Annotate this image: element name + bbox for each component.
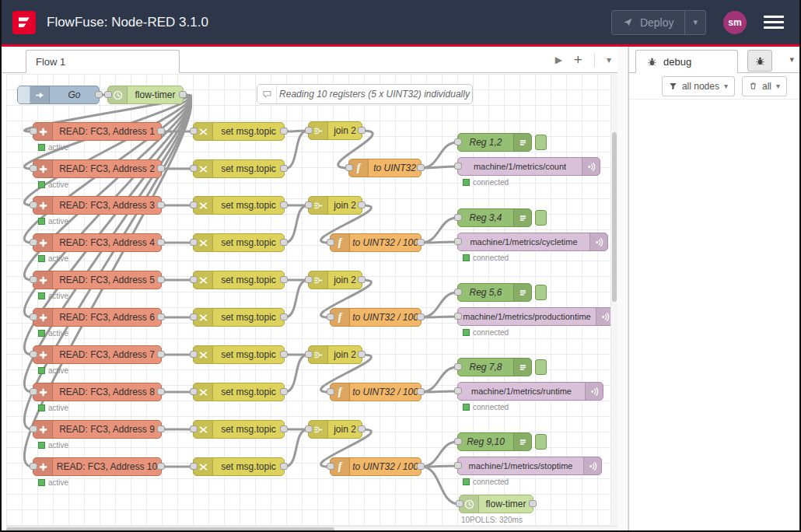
inject-button[interactable] (18, 86, 30, 103)
input-port[interactable] (30, 239, 37, 246)
tab-flow-1[interactable]: Flow 1 (26, 50, 180, 73)
output-port[interactable] (280, 351, 288, 358)
output-port[interactable] (358, 276, 366, 283)
input-port[interactable] (454, 363, 462, 370)
join-node-2[interactable]: join 2 (308, 196, 362, 215)
function-node-3[interactable]: fto UINT32 / 100 (330, 308, 421, 327)
join-node-3[interactable]: join 2 (308, 271, 362, 289)
input-port[interactable] (190, 463, 198, 470)
flow-timer-node-bottom[interactable]: flow-timer 10POLLS: 320ms (459, 495, 533, 513)
input-port[interactable] (30, 351, 37, 358)
output-port[interactable] (95, 91, 103, 98)
debug-toggle-button[interactable] (535, 434, 547, 450)
function-node-5[interactable]: fto UINT32 / 100 (330, 457, 421, 476)
scrollbar-thumb[interactable] (6, 527, 334, 530)
debug-node-1[interactable]: Reg 1,2 (457, 133, 532, 152)
read-node-8[interactable]: READ: FC3, Address 8active (33, 383, 162, 401)
change-node-7[interactable]: set msg.topic (193, 345, 285, 364)
mqtt-out-node-4[interactable]: machine/1/metrics/runtimeconnected (457, 382, 603, 401)
change-node-4[interactable]: set msg.topic (193, 233, 285, 252)
join-node-5[interactable]: join 2 (308, 420, 362, 439)
debug-node-3[interactable]: Reg 5,6 (457, 283, 532, 302)
input-port[interactable] (454, 438, 462, 445)
change-node-6[interactable]: set msg.topic (193, 308, 285, 327)
deploy-button[interactable]: Deploy ▾ (611, 10, 706, 35)
input-port[interactable] (454, 163, 462, 170)
join-node-1[interactable]: join 2 (308, 121, 362, 140)
debug-toggle-button[interactable] (535, 359, 547, 375)
input-port[interactable] (305, 425, 313, 432)
output-port[interactable] (157, 276, 165, 283)
input-port[interactable] (305, 276, 313, 283)
run-flows-icon[interactable]: ▶ (555, 54, 562, 65)
output-port[interactable] (157, 463, 165, 470)
input-port[interactable] (305, 351, 313, 358)
function-node-1[interactable]: fto UINT32 (348, 159, 421, 177)
output-port[interactable] (157, 201, 165, 208)
tab-debug[interactable]: debug (635, 50, 738, 73)
mqtt-out-node-2[interactable]: machine/1/metrics/cycletimeconnected (457, 233, 608, 251)
canvas-vertical-scrollbar[interactable] (610, 74, 617, 526)
input-port[interactable] (305, 201, 313, 208)
inject-node[interactable]: Go (17, 86, 100, 104)
read-node-1[interactable]: READ: FC3, Address 1active (33, 122, 162, 141)
output-port[interactable] (157, 425, 165, 432)
input-port[interactable] (454, 313, 462, 320)
output-port[interactable] (157, 313, 165, 320)
input-port[interactable] (454, 289, 462, 296)
input-port[interactable] (190, 239, 198, 246)
output-port[interactable] (157, 128, 165, 135)
output-port[interactable] (358, 127, 366, 134)
output-port[interactable] (280, 239, 288, 246)
input-port[interactable] (30, 388, 37, 395)
output-port[interactable] (358, 351, 366, 358)
mqtt-out-node-1[interactable]: machine/1/metrics/countconnected (457, 157, 600, 176)
input-port[interactable] (190, 313, 198, 320)
output-port[interactable] (358, 425, 366, 432)
input-port[interactable] (454, 387, 462, 394)
output-port[interactable] (280, 425, 288, 432)
change-node-8[interactable]: set msg.topic (193, 383, 285, 401)
comment-node[interactable]: Reading 10 registers (5 x UINT32) indivi… (257, 84, 473, 104)
read-node-7[interactable]: READ: FC3, Address 7active (33, 345, 162, 364)
input-port[interactable] (327, 239, 334, 246)
output-port[interactable] (417, 463, 425, 470)
output-port[interactable] (157, 388, 165, 395)
input-port[interactable] (454, 462, 462, 469)
input-port[interactable] (30, 128, 37, 135)
input-port[interactable] (327, 313, 334, 320)
debug-node-5[interactable]: Reg 9,10 (457, 432, 532, 451)
output-port[interactable] (280, 128, 288, 135)
mqtt-out-node-5[interactable]: machine/1/metrics/stoptimeconnected (457, 457, 602, 475)
output-port[interactable] (280, 313, 288, 320)
change-node-1[interactable]: set msg.topic (193, 122, 285, 141)
output-port[interactable] (358, 201, 366, 208)
input-port[interactable] (454, 238, 462, 245)
input-port[interactable] (305, 127, 313, 134)
input-port[interactable] (190, 276, 198, 283)
input-port[interactable] (454, 138, 462, 145)
input-port[interactable] (30, 201, 37, 208)
output-port[interactable] (417, 313, 425, 320)
flow-canvas[interactable]: Reading 10 registers (5 x UINT32) indivi… (6, 74, 617, 526)
input-port[interactable] (190, 128, 198, 135)
debug-node-2[interactable]: Reg 3,4 (457, 208, 532, 227)
input-port[interactable] (30, 425, 37, 432)
debug-clear-dropdown[interactable]: all ▾ (742, 76, 787, 96)
add-flow-button[interactable]: + (574, 52, 582, 67)
read-node-2[interactable]: READ: FC3, Address 2active (33, 159, 162, 178)
input-port[interactable] (30, 463, 37, 470)
change-node-5[interactable]: set msg.topic (193, 271, 285, 289)
main-menu-button[interactable] (764, 13, 784, 31)
output-port[interactable] (417, 388, 425, 395)
output-port[interactable] (280, 388, 288, 395)
read-node-10[interactable]: READ: FC3, Address 10active (33, 457, 162, 476)
output-port[interactable] (280, 201, 288, 208)
sidebar-resize-gutter[interactable] (617, 47, 628, 530)
input-port[interactable] (345, 164, 353, 171)
input-port[interactable] (456, 500, 463, 507)
input-port[interactable] (190, 388, 198, 395)
read-node-5[interactable]: READ: FC3, Address 5active (33, 271, 162, 289)
output-port[interactable] (179, 91, 187, 98)
output-port[interactable] (529, 500, 537, 507)
